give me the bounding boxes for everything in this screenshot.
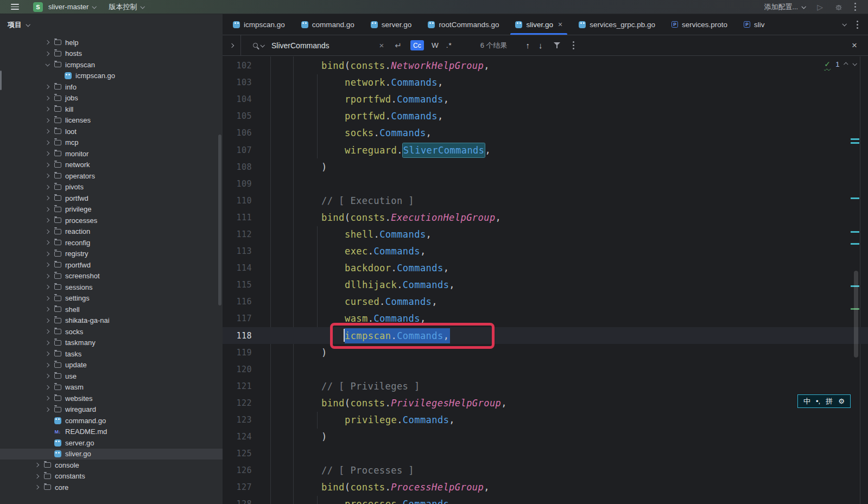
tree-item-pivots[interactable]: pivots: [0, 182, 223, 193]
code-line-110[interactable]: 110// [ Execution ]: [223, 192, 868, 209]
tree-item-info[interactable]: info: [0, 81, 223, 93]
chevron-right-icon[interactable]: [42, 285, 52, 289]
code-line-113[interactable]: 113exec.Commands,: [223, 243, 868, 260]
chevron-right-icon[interactable]: [31, 486, 42, 489]
code-line-104[interactable]: 104rportfwd.Commands,: [223, 91, 868, 108]
chevron-right-icon[interactable]: [31, 463, 42, 467]
chevron-right-icon[interactable]: [42, 263, 52, 266]
tree-item-processes[interactable]: processes: [0, 215, 223, 226]
tree-item-core[interactable]: core: [0, 482, 223, 493]
chevron-right-icon[interactable]: [42, 174, 52, 177]
chevron-right-icon[interactable]: [42, 41, 52, 44]
ime-indicator[interactable]: 中 •, 拼 ⚙: [797, 394, 851, 408]
tab-sliv[interactable]: sliv: [736, 14, 767, 35]
tree-item-console[interactable]: console: [0, 460, 223, 471]
tree-item-icmpscan[interactable]: icmpscan: [0, 59, 223, 71]
tree-item-wireguard[interactable]: wireguard: [0, 404, 223, 416]
search-history-chevron-icon[interactable]: [260, 43, 264, 47]
tree-item-portfwd[interactable]: portfwd: [0, 193, 223, 204]
clear-search-icon[interactable]: ×: [379, 41, 384, 50]
next-occurrence-icon[interactable]: ↓: [538, 41, 543, 50]
code-line-111[interactable]: 111bind(consts.ExecutionHelpGroup,: [223, 209, 868, 226]
chevron-right-icon[interactable]: [42, 397, 52, 400]
search-icon[interactable]: [253, 43, 258, 48]
code-line-119[interactable]: 119): [223, 344, 868, 361]
chevron-right-icon[interactable]: [42, 408, 52, 411]
chevron-right-icon[interactable]: [42, 374, 52, 378]
chevron-right-icon[interactable]: [42, 152, 52, 155]
chevron-right-icon[interactable]: [42, 341, 52, 344]
chevron-right-icon[interactable]: [42, 141, 52, 144]
previous-occurrence-icon[interactable]: ↑: [526, 41, 530, 50]
tree-item-sliver.go[interactable]: sliver.go: [0, 449, 223, 460]
tree-item-screenshot[interactable]: screenshot: [0, 271, 223, 282]
tree-item-socks[interactable]: socks: [0, 326, 223, 337]
code-line-120[interactable]: 120: [223, 361, 868, 378]
project-panel-header[interactable]: 项目: [0, 14, 223, 36]
tree-item-use[interactable]: use: [0, 371, 223, 382]
chevron-right-icon[interactable]: [42, 186, 52, 189]
run-icon[interactable]: ▷: [817, 3, 823, 11]
match-case-toggle[interactable]: Cc: [410, 40, 424, 50]
tree-item-operators[interactable]: operators: [0, 170, 223, 182]
chevron-right-icon[interactable]: [42, 52, 52, 55]
tree-item-taskmany[interactable]: taskmany: [0, 337, 223, 349]
code-line-115[interactable]: 115dllhijack.Commands,: [223, 277, 868, 294]
chevron-right-icon[interactable]: [42, 297, 52, 300]
search-result-mark[interactable]: [851, 197, 859, 199]
tab-sliver.go[interactable]: sliver.go×: [507, 14, 571, 35]
code-line-112[interactable]: 112shell.Commands,: [223, 226, 868, 243]
chevron-right-icon[interactable]: [42, 330, 52, 333]
tree-item-shell[interactable]: shell: [0, 304, 223, 315]
code-line-121[interactable]: 121// [ Privileges ]: [223, 378, 868, 394]
tree-item-privilege[interactable]: privilege: [0, 204, 223, 215]
project-switcher[interactable]: sliver-master: [48, 3, 96, 11]
search-result-mark[interactable]: [851, 231, 859, 233]
chevron-right-icon[interactable]: [42, 196, 52, 200]
chevron-right-icon[interactable]: [42, 163, 52, 167]
tab-icmpscan.go[interactable]: icmpscan.go: [225, 14, 293, 35]
tab-server.go[interactable]: server.go: [363, 14, 420, 35]
code-line-109[interactable]: 109: [223, 175, 868, 192]
tree-item-README.md[interactable]: M↓README.md: [0, 426, 223, 438]
tree-item-registry[interactable]: registry: [0, 248, 223, 260]
debug-icon[interactable]: [835, 3, 842, 11]
hidden-tabs-icon[interactable]: [842, 22, 846, 26]
chevron-right-icon[interactable]: [42, 386, 52, 389]
code-line-114[interactable]: 114backdoor.Commands,: [223, 260, 868, 277]
tree-item-reaction[interactable]: reaction: [0, 226, 223, 238]
expand-search-icon[interactable]: [223, 35, 241, 55]
search-result-mark[interactable]: [851, 142, 859, 144]
chevron-right-icon[interactable]: [42, 363, 52, 367]
code-line-117[interactable]: 117wasm.Commands,: [223, 310, 868, 327]
search-input[interactable]: SliverCommands: [271, 41, 330, 50]
tree-item-constants[interactable]: constants: [0, 471, 223, 482]
tree-item-monitor[interactable]: monitor: [0, 148, 223, 160]
code-line-106[interactable]: 106socks.Commands,: [223, 125, 868, 142]
tool-window-stripe-handle[interactable]: [0, 71, 2, 90]
code-line-124[interactable]: 124): [223, 429, 868, 445]
ime-settings-gear-icon[interactable]: ⚙: [838, 397, 845, 405]
code-line-123[interactable]: 123privilege.Commands,: [223, 411, 868, 428]
tree-item-network[interactable]: network: [0, 160, 223, 171]
code-line-103[interactable]: 103network.Commands,: [223, 74, 868, 91]
tree-item-shikata-ga-nai[interactable]: shikata-ga-nai: [0, 315, 223, 327]
previous-problem-icon[interactable]: [844, 62, 848, 66]
search-result-mark[interactable]: [851, 138, 859, 140]
chevron-right-icon[interactable]: [42, 219, 52, 222]
chevron-right-icon[interactable]: [42, 85, 52, 88]
code-line-125[interactable]: 125: [223, 445, 868, 462]
code-line-126[interactable]: 126// [ Processes ]: [223, 462, 868, 479]
code-line-102[interactable]: 102bind(consts.NetworkHelpGroup,: [223, 58, 868, 74]
tree-scrollbar[interactable]: [218, 135, 221, 305]
tree-item-wasm[interactable]: wasm: [0, 382, 223, 393]
chevron-right-icon[interactable]: [31, 475, 42, 478]
newline-icon[interactable]: ↵: [395, 41, 402, 50]
tab-services_grpc.pb.go[interactable]: services_grpc.pb.go: [571, 14, 663, 35]
filter-icon[interactable]: [554, 42, 561, 48]
chevron-right-icon[interactable]: [42, 208, 52, 211]
run-configuration-selector[interactable]: 添加配置...: [764, 2, 805, 12]
vcs-widget[interactable]: 版本控制: [109, 2, 144, 12]
tab-rootCommands.go[interactable]: rootCommands.go: [420, 14, 507, 35]
inspections-widget[interactable]: ✓ 1: [824, 60, 856, 68]
